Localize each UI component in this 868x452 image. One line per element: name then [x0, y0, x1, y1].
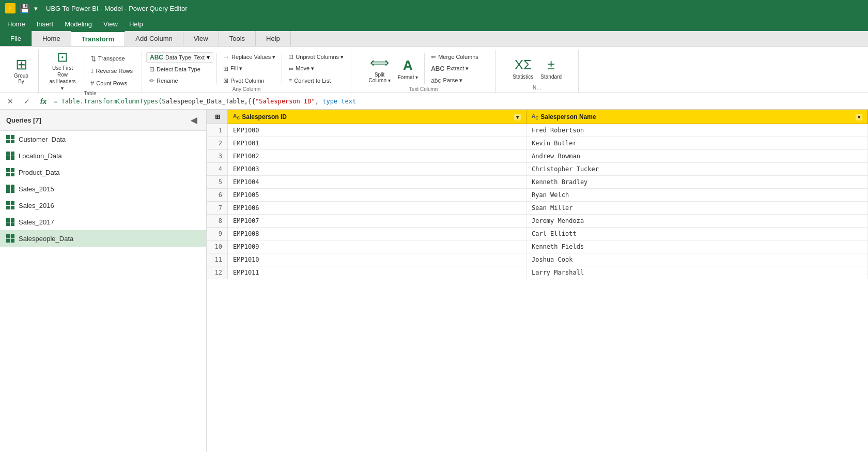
tab-tools[interactable]: Tools [219, 31, 256, 46]
query-item-salespeople-data[interactable]: Salespeople_Data [0, 230, 206, 247]
query-item-location-data[interactable]: Location_Data [0, 147, 206, 164]
menu-view[interactable]: View [98, 18, 123, 30]
table-row[interactable]: 11 EMP1010 Joshua Cook [207, 253, 868, 266]
menu-insert[interactable]: Insert [32, 18, 59, 30]
move-button[interactable]: ⇔ Move ▾ [285, 64, 347, 73]
query-item-sales-2015[interactable]: Sales_2015 [0, 180, 206, 197]
row-number: 1 [207, 124, 228, 137]
col-title-salesperson-name: Salesperson Name [540, 113, 596, 120]
menu-home[interactable]: Home [2, 18, 30, 30]
cell-salesperson-name: Carl Elliott [526, 228, 867, 240]
query-item-customer-data[interactable]: Customer_Data [0, 131, 206, 147]
merge-columns-button[interactable]: ⇐ Merge Columns [428, 52, 482, 62]
data-type-button[interactable]: ABC Data Type: Text ▾ [146, 52, 213, 63]
replace-values-button[interactable]: ↔ Replace Values ▾ [220, 52, 278, 62]
transpose-button[interactable]: ⇅ Transpose [87, 54, 136, 64]
table-icon [6, 218, 14, 226]
sidebar-collapse-button[interactable]: ◀ [188, 114, 200, 126]
reverse-rows-button[interactable]: ↕ Reverse Rows [87, 66, 136, 76]
formula-confirm-button[interactable]: ✓ [21, 95, 33, 108]
extract-button[interactable]: ABC Extract ▾ [428, 64, 482, 73]
table-row[interactable]: 5 EMP1004 Kenneth Bradley [207, 176, 868, 189]
cell-salesperson-id: EMP1007 [228, 215, 526, 228]
table-row[interactable]: 6 EMP1005 Ryan Welch [207, 189, 868, 202]
cell-salesperson-name: Kenneth Fields [526, 240, 867, 253]
tab-add-column[interactable]: Add Column [125, 31, 183, 46]
menu-modeling[interactable]: Modeling [59, 18, 97, 30]
detect-data-type-button[interactable]: ⊡ Detect Data Type [146, 65, 213, 74]
format-button[interactable]: A Format ▾ [395, 56, 421, 82]
group-by-icon: ⊞ [16, 57, 27, 72]
ribbon-group-text-column: ⟺ SplitColumn ▾ A Format ▾ ⇐ Merge Colum… [351, 50, 496, 93]
table-row[interactable]: 2 EMP1001 Kevin Butler [207, 137, 868, 150]
table-row[interactable]: 1 EMP1000 Fred Robertson [207, 124, 868, 137]
use-first-row-button[interactable]: ⊡ Use First Rowas Headers ▾ [44, 49, 81, 93]
formula-cancel-button[interactable]: ✕ [4, 95, 17, 108]
tab-view[interactable]: View [183, 31, 219, 46]
query-label: Location_Data [19, 152, 62, 160]
count-rows-button[interactable]: # Count Rows [87, 78, 136, 88]
unpivot-columns-button[interactable]: ⊡ Unpivot Columns ▾ [285, 52, 347, 62]
convert-icon: ≡ [288, 77, 292, 84]
table-icon [6, 152, 14, 160]
query-label: Sales_2017 [19, 218, 54, 226]
data-type-dropdown[interactable]: ▾ [207, 54, 210, 61]
table-row[interactable]: 3 EMP1002 Andrew Bowman [207, 150, 868, 163]
split-column-button[interactable]: ⟺ SplitColumn ▾ [365, 53, 393, 85]
table-row[interactable]: 7 EMP1006 Sean Miller [207, 202, 868, 215]
ribbon-group-groupby: ⊞ GroupBy [4, 50, 39, 93]
row-number: 7 [207, 202, 228, 215]
menu-help[interactable]: Help [124, 18, 148, 30]
convert-to-list-button[interactable]: ≡ Convert to List [285, 76, 347, 85]
table-row[interactable]: 4 EMP1003 Christopher Tucker [207, 163, 868, 176]
row-number: 4 [207, 163, 228, 176]
replace-values-label: Replace Values ▾ [231, 54, 275, 61]
parse-button[interactable]: abc Parse ▾ [428, 76, 482, 85]
col-filter-button-salesperson-id[interactable]: ▾ [514, 114, 521, 120]
table-expand-button[interactable]: ⊞ [207, 110, 228, 124]
cell-salesperson-id: EMP1008 [228, 228, 526, 240]
statistics-button[interactable]: XΣ Statistics [509, 55, 536, 81]
cell-salesperson-name: Larry Marshall [526, 266, 867, 279]
pivot-column-button[interactable]: ⊠ Pivot Column [220, 76, 278, 85]
col-title-salesperson-id: Salesperson ID [242, 113, 287, 120]
table-row[interactable]: 9 EMP1008 Carl Elliott [207, 228, 868, 240]
tab-bar: File Home Transform Add Column View Tool… [0, 31, 868, 47]
col-filter-button-salesperson-name[interactable]: ▾ [856, 114, 862, 120]
tab-file[interactable]: File [0, 31, 32, 46]
rename-button[interactable]: ✏ Rename [146, 76, 213, 85]
cell-salesperson-id: EMP1003 [228, 163, 526, 176]
move-label: Move ▾ [296, 65, 314, 72]
format-icon: A [403, 57, 413, 73]
count-rows-icon: # [90, 79, 94, 87]
table-row[interactable]: 12 EMP1011 Larry Marshall [207, 266, 868, 279]
sidebar-header: Queries [7] ◀ [0, 110, 206, 131]
text-column-group-label: Text Column [409, 86, 438, 92]
row-number: 2 [207, 137, 228, 150]
tab-help[interactable]: Help [256, 31, 291, 46]
quick-access-dropdown[interactable]: ▾ [34, 5, 38, 12]
save-button[interactable]: 💾 [20, 4, 30, 13]
cell-salesperson-name: Christopher Tucker [526, 163, 867, 176]
unpivot-label: Unpivot Columns ▾ [296, 54, 344, 61]
sidebar: Queries [7] ◀ Customer_Data Location_Dat… [0, 110, 207, 452]
standard-button[interactable]: ± Standard [537, 55, 565, 81]
reverse-rows-icon: ↕ [90, 67, 94, 74]
tab-transform[interactable]: Transform [71, 31, 126, 46]
formula-fx-button[interactable]: fx [37, 95, 50, 108]
col-header-salesperson-id: AC Salesperson ID ▾ [228, 110, 526, 124]
query-item-sales-2016[interactable]: Sales_2016 [0, 197, 206, 214]
fill-button[interactable]: ⊞ Fill ▾ [220, 64, 278, 73]
fill-label: Fill ▾ [230, 65, 242, 72]
query-item-product-data[interactable]: Product_Data [0, 164, 206, 180]
query-label: Sales_2015 [19, 185, 54, 193]
data-area: ⊞ AC Salesperson ID ▾ [207, 110, 868, 452]
group-by-button[interactable]: ⊞ GroupBy [8, 56, 34, 86]
tab-home[interactable]: Home [32, 31, 71, 46]
cell-salesperson-name: Sean Miller [526, 202, 867, 215]
table-row[interactable]: 8 EMP1007 Jeremy Mendoza [207, 215, 868, 228]
query-item-sales-2017[interactable]: Sales_2017 [0, 214, 206, 230]
pivot-label: Pivot Column [230, 78, 264, 84]
main-area: Queries [7] ◀ Customer_Data Location_Dat… [0, 110, 868, 452]
table-row[interactable]: 10 EMP1009 Kenneth Fields [207, 240, 868, 253]
